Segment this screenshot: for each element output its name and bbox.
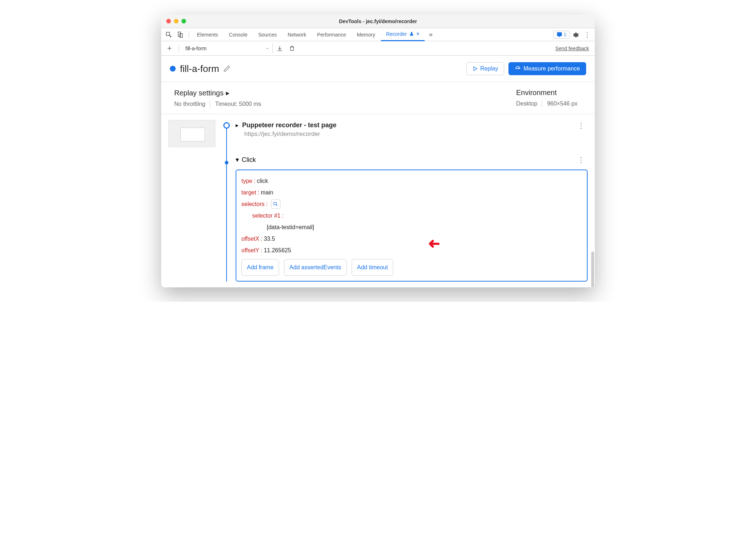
offsetx-key: offsetX — [241, 233, 259, 245]
dimensions-value: 960×546 px — [547, 100, 582, 107]
chevron-right-icon: ▸ — [226, 89, 229, 97]
divider — [179, 45, 179, 52]
window-title: DevTools - jec.fyi/demo/recorder — [161, 18, 595, 24]
recording-dropdown-label: fill-a-form — [185, 46, 206, 51]
svg-rect-2 — [180, 34, 183, 38]
gauge-icon — [515, 65, 521, 72]
tab-recorder[interactable]: Recorder × — [381, 28, 425, 41]
send-feedback-link[interactable]: Send feedback — [555, 46, 589, 51]
maximize-window-button[interactable] — [181, 19, 186, 23]
recorder-toolbar: + fill-a-form Send feedback — [161, 41, 595, 56]
step-menu-icon[interactable]: ⋮ — [577, 155, 585, 164]
annotation-arrow-icon: ➜ — [428, 235, 440, 252]
click-step: ▾ Click ⋮ type: click target: main selec… — [236, 156, 588, 282]
page-thumbnail — [168, 120, 215, 147]
issues-count: 1 — [564, 32, 566, 37]
offsety-key: offsetY — [241, 245, 259, 256]
click-step-header[interactable]: ▾ Click ⋮ — [236, 156, 588, 164]
navigation-step: ▸ Puppeteer recorder - test page ⋮ https… — [236, 120, 588, 138]
issues-icon — [557, 32, 562, 38]
play-icon — [472, 66, 478, 72]
minimize-window-button[interactable] — [174, 19, 179, 23]
device-value: Desktop — [516, 100, 542, 107]
type-value[interactable]: click — [257, 175, 268, 187]
recording-title: fill-a-form — [180, 63, 219, 74]
add-timeout-button[interactable]: Add timeout — [352, 259, 393, 276]
tab-sources[interactable]: Sources — [253, 28, 282, 41]
settings-gear-icon[interactable] — [570, 30, 581, 40]
add-frame-button[interactable]: Add frame — [241, 259, 279, 276]
offsety-value[interactable]: 11.265625 — [264, 245, 291, 256]
timeline-step-marker — [225, 161, 228, 164]
measure-button-label: Measure performance — [523, 65, 580, 72]
pick-selector-button[interactable] — [271, 200, 280, 209]
recording-dropdown[interactable]: fill-a-form — [182, 43, 273, 53]
scrollbar[interactable] — [591, 252, 594, 287]
settings-section: Replay settings ▸ No throttling Timeout:… — [161, 82, 595, 114]
steps-timeline: ▸ Puppeteer recorder - test page ⋮ https… — [161, 114, 595, 287]
recording-header: fill-a-form Replay Measure performance — [161, 56, 595, 82]
tab-elements[interactable]: Elements — [192, 28, 223, 41]
timeline-start-marker — [223, 122, 230, 129]
add-recording-icon[interactable]: + — [164, 43, 175, 53]
traffic-lights — [161, 19, 186, 23]
timeline-line — [226, 127, 227, 282]
kebab-menu-icon[interactable]: ⋮ — [582, 30, 593, 40]
target-key: target — [241, 187, 256, 198]
type-key: type — [241, 175, 252, 187]
tab-performance[interactable]: Performance — [312, 28, 351, 41]
selector-label: selector #1 — [252, 210, 280, 222]
navigation-step-header[interactable]: ▸ Puppeteer recorder - test page ⋮ — [236, 120, 588, 130]
navigation-step-url: https://jec.fyi/demo/recorder — [244, 130, 588, 138]
more-tabs-icon[interactable]: » — [425, 30, 436, 40]
navigation-step-title: Puppeteer recorder - test page — [242, 121, 336, 129]
click-step-label: Click — [242, 156, 256, 164]
step-menu-icon[interactable]: ⋮ — [577, 121, 585, 130]
tab-network[interactable]: Network — [283, 28, 311, 41]
environment-heading: Environment — [516, 89, 557, 97]
collapse-icon: ▾ — [236, 156, 239, 164]
export-icon[interactable] — [274, 43, 285, 53]
delete-icon[interactable] — [287, 43, 297, 53]
selectors-key: selectors — [241, 198, 265, 210]
target-value[interactable]: main — [261, 187, 273, 198]
replay-button[interactable]: Replay — [466, 62, 504, 75]
selector-value[interactable]: [data-testid=email] — [241, 222, 582, 233]
tab-console[interactable]: Console — [224, 28, 252, 41]
tab-recorder-label: Recorder — [386, 31, 407, 37]
add-asserted-events-button[interactable]: Add assertedEvents — [284, 259, 347, 276]
close-tab-icon[interactable]: × — [416, 31, 420, 37]
edit-icon[interactable] — [223, 65, 231, 72]
step-details-panel: type: click target: main selectors: sele… — [236, 170, 588, 282]
issues-badge[interactable]: 1 — [553, 31, 570, 39]
close-window-button[interactable] — [166, 19, 171, 23]
expand-icon: ▸ — [236, 122, 239, 129]
throttling-value: No throttling — [174, 101, 210, 107]
titlebar: DevTools - jec.fyi/demo/recorder — [161, 14, 595, 28]
flask-icon — [409, 31, 414, 37]
device-toolbar-icon[interactable] — [175, 30, 186, 40]
svg-rect-1 — [178, 32, 181, 36]
offsetx-value[interactable]: 33.5 — [264, 233, 275, 245]
measure-performance-button[interactable]: Measure performance — [508, 62, 586, 75]
inspect-element-icon[interactable] — [163, 30, 174, 40]
chevron-down-icon — [265, 46, 270, 51]
replay-button-label: Replay — [480, 65, 498, 72]
divider — [189, 31, 189, 38]
timeout-value: Timeout: 5000 ms — [215, 101, 265, 107]
devtools-window: DevTools - jec.fyi/demo/recorder Element… — [161, 14, 595, 287]
tabs-row: Elements Console Sources Network Perform… — [161, 28, 595, 41]
tab-memory[interactable]: Memory — [352, 28, 381, 41]
replay-settings-heading[interactable]: Replay settings ▸ — [174, 89, 266, 97]
status-dot — [170, 66, 176, 72]
